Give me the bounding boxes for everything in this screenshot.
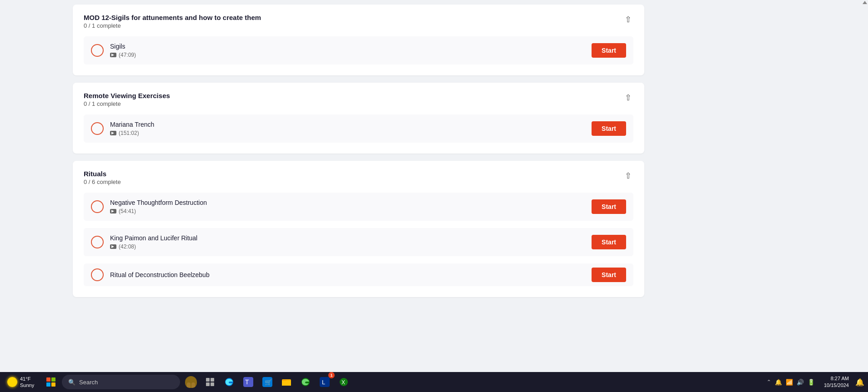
lesson-title-sigils: Sigils [110, 43, 136, 50]
lesson-title-bz: Ritual of Deconstruction Beelzebub [110, 271, 210, 278]
wifi-icon: 📶 [786, 379, 793, 386]
lesson-duration-kp: (42:08) [119, 243, 136, 250]
microsoft-teams-icon: T [243, 377, 253, 387]
module-title-area: MOD 12-Sigils for attunements and how to… [84, 14, 261, 29]
file-explorer-icon[interactable] [278, 374, 295, 390]
scroll-arrow-top [863, 1, 867, 4]
module-card-remote-viewing: Remote Viewing Exercises 0 / 1 complete … [73, 83, 644, 154]
start-button-sigils[interactable]: Start [592, 43, 626, 58]
module-title-mod12: MOD 12-Sigils for attunements and how to… [84, 14, 261, 21]
xbox-icon[interactable]: X [336, 374, 352, 390]
module-progress-remote-viewing: 0 / 1 complete [84, 100, 170, 107]
notification-icon: 🔔 [775, 379, 782, 386]
lesson-title-ntd: Negative Thoughtform Destruction [110, 199, 207, 206]
module-card-rituals: Rituals 0 / 6 complete ⇧ Negative Though… [73, 161, 644, 297]
lesson-checkbox-sigils[interactable] [91, 44, 104, 57]
svg-text:T: T [245, 378, 249, 386]
svg-rect-1 [211, 378, 214, 382]
svg-text:L: L [322, 379, 325, 386]
search-label: Search [79, 379, 98, 386]
svg-text:X: X [341, 379, 345, 386]
module-header-remote-viewing: Remote Viewing Exercises 0 / 1 complete … [84, 92, 633, 107]
lens-studio-graphic: L [320, 377, 330, 387]
lesson-left-ntd: Negative Thoughtform Destruction (54:41) [91, 199, 207, 214]
start-button-kp[interactable]: Start [592, 235, 626, 249]
system-tray: ⌃ 🔔 📶 🔊 🔋 8:27 AM 10/15/2024 🔔 [764, 375, 864, 389]
edge-icon[interactable] [221, 374, 237, 390]
search-icon: 🔍 [68, 379, 75, 386]
tray-icons-area: ⌃ 🔔 📶 🔊 🔋 [764, 379, 818, 386]
lesson-meta-ntd: (54:41) [110, 208, 207, 214]
xbox-graphic: X [339, 377, 349, 387]
battery-icon: 🔋 [808, 379, 815, 386]
module-title-rituals: Rituals [84, 170, 121, 178]
lesson-duration-mariana: (151:02) [119, 130, 139, 136]
module-progress-rituals: 0 / 6 complete [84, 179, 121, 185]
clock-date: 10/15/2024 [824, 382, 849, 389]
lesson-left-sigils: Sigils (47:09) [91, 43, 136, 58]
teams-icon[interactable]: T [240, 374, 256, 390]
lens-studio-icon[interactable]: L 1 [316, 374, 333, 390]
svg-rect-0 [206, 378, 210, 382]
edge-icon-2-graphic [301, 377, 311, 387]
video-icon-mariana [110, 131, 116, 135]
weather-temp: 41°F [20, 376, 34, 382]
module-collapse-rituals[interactable]: ⇧ [623, 170, 633, 182]
svg-text:🛒: 🛒 [265, 378, 272, 386]
lesson-title-kp: King Paimon and Lucifer Ritual [110, 234, 197, 242]
lesson-meta-mariana: (151:02) [110, 130, 154, 136]
module-title-remote-viewing: Remote Viewing Exercises [84, 92, 170, 99]
lesson-checkbox-kp[interactable] [91, 236, 104, 248]
module-title-area-rituals: Rituals 0 / 6 complete [84, 170, 121, 185]
lesson-meta-kp: (42:08) [110, 243, 197, 250]
module-header-mod12: MOD 12-Sigils for attunements and how to… [84, 14, 633, 29]
chevron-up-tray[interactable]: ⌃ [767, 379, 771, 385]
lesson-checkbox-ntd[interactable] [91, 200, 104, 213]
windows-logo-icon [46, 377, 55, 387]
volume-icon: 🔊 [797, 379, 804, 386]
lesson-item-king-paimon: King Paimon and Lucifer Ritual (42:08) S… [84, 228, 633, 256]
lesson-info-ntd: Negative Thoughtform Destruction (54:41) [110, 199, 207, 214]
lesson-item-beelzebub: Ritual of Deconstruction Beelzebub Start [84, 263, 633, 286]
lesson-meta-sigils: (47:09) [110, 52, 136, 58]
task-view-button[interactable] [202, 374, 218, 390]
lesson-info-sigils: Sigils (47:09) [110, 43, 136, 58]
start-button-taskbar[interactable] [43, 374, 59, 390]
module-collapse-mod12[interactable]: ⇧ [623, 14, 633, 25]
system-clock[interactable]: 8:27 AM 10/15/2024 [820, 375, 853, 389]
start-button-bz[interactable]: Start [592, 268, 626, 282]
action-center-bell[interactable]: 🔔 [855, 378, 864, 387]
lesson-left-bz: Ritual of Deconstruction Beelzebub [91, 268, 210, 281]
lesson-checkbox-mariana[interactable] [91, 122, 104, 135]
weather-widget: 41°F Sunny [4, 375, 40, 390]
taskbar: 41°F Sunny 🔍 Search [0, 372, 868, 392]
module-title-area-rv: Remote Viewing Exercises 0 / 1 complete [84, 92, 170, 107]
video-icon-ntd [110, 209, 116, 213]
edge-icon-2[interactable] [297, 374, 314, 390]
lesson-duration-ntd: (54:41) [119, 208, 136, 214]
store-icon[interactable]: 🛒 [259, 374, 276, 390]
lesson-item-negative-thoughtform: Negative Thoughtform Destruction (54:41)… [84, 193, 633, 221]
weather-text: 41°F Sunny [20, 376, 34, 389]
lesson-item-mariana-trench: Mariana Trench (151:02) Start [84, 114, 633, 143]
start-button-mariana[interactable]: Start [592, 121, 626, 136]
edge-browser-icon [224, 377, 234, 387]
lesson-info-bz: Ritual of Deconstruction Beelzebub [110, 271, 210, 278]
lesson-duration-sigils: (47:09) [119, 52, 136, 58]
weather-condition: Sunny [20, 382, 34, 388]
main-content[interactable]: MOD 12-Sigils for attunements and how to… [0, 0, 863, 372]
taskbar-search-bar[interactable]: 🔍 Search [62, 375, 180, 389]
task-view-icon [206, 377, 215, 387]
module-header-rituals: Rituals 0 / 6 complete ⇧ [84, 170, 633, 185]
module-collapse-remote-viewing[interactable]: ⇧ [623, 92, 633, 104]
lens-studio-badge: 1 [328, 372, 335, 378]
weather-sun-icon [7, 377, 17, 387]
lesson-checkbox-bz[interactable] [91, 268, 104, 281]
lesson-info-mariana: Mariana Trench (151:02) [110, 121, 154, 136]
start-button-ntd[interactable]: Start [592, 199, 626, 214]
video-icon-sigils [110, 53, 116, 57]
lesson-left-kp: King Paimon and Lucifer Ritual (42:08) [91, 234, 197, 250]
squirrel-icon [185, 376, 197, 388]
video-icon-kp [110, 244, 116, 249]
cortana-icon[interactable] [183, 374, 199, 390]
